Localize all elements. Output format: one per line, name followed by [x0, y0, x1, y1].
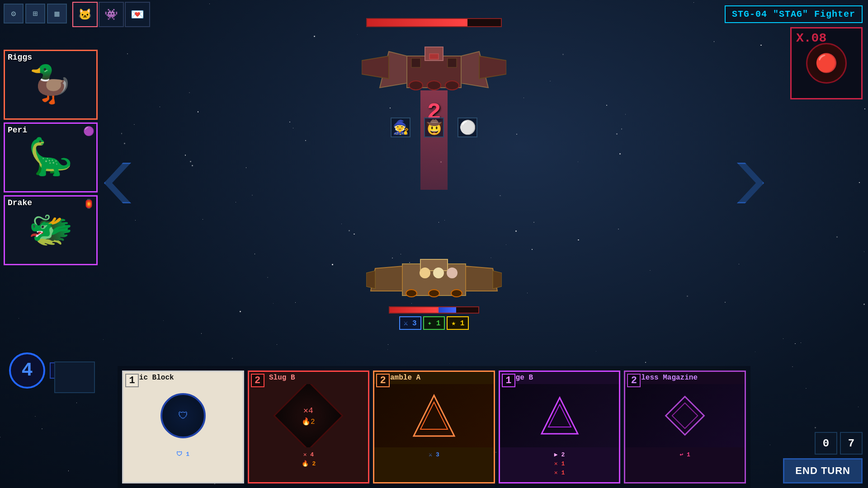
svg-point-20 — [447, 267, 458, 278]
nav-right[interactable]: ▶ — [737, 163, 764, 203]
enemy-weapon: X.08 🔴 — [790, 27, 863, 99]
score-left: 0 — [815, 432, 837, 455]
char-name-drake: Drake — [8, 198, 32, 207]
card-art-scramble — [374, 384, 494, 447]
svg-point-18 — [420, 267, 430, 278]
nav-right-arrow[interactable]: ▶ — [737, 163, 764, 203]
char-panel-peri[interactable]: Peri 🦕 🟣 — [4, 122, 98, 192]
svg-marker-4 — [479, 56, 506, 79]
svg-point-19 — [433, 267, 444, 278]
card-endless-magazine[interactable]: 2 Endless Magazine ↩ 1 — [624, 371, 746, 483]
card-cost-lunge: 1 — [502, 374, 515, 387]
svg-rect-29 — [672, 403, 698, 429]
battle-area: ◀ ▶ — [99, 0, 769, 366]
turn-number: 4 — [9, 352, 45, 389]
card-art-lunge — [500, 384, 619, 447]
card-art-emp-slug: ✕4 🔥2 — [249, 384, 368, 447]
player-health-bar — [389, 306, 479, 314]
float-item-3: ⚪ — [458, 117, 477, 137]
char-name-peri: Peri — [8, 126, 27, 135]
svg-rect-9 — [411, 58, 420, 67]
card-cost-basic-block: 1 — [125, 374, 139, 387]
svg-rect-11 — [429, 54, 439, 59]
float-item-2: 🤠 — [424, 117, 444, 137]
svg-point-22 — [429, 290, 439, 297]
card-scramble[interactable]: 2 Scramble A ⚔ 3 — [373, 371, 495, 483]
nav-left-arrow[interactable]: ◀ — [104, 163, 131, 203]
bottom-right-controls: 0 7 END TURN — [783, 432, 863, 483]
status-badge-attack: ⚔ 3 — [399, 316, 421, 330]
float-items: 🧙 🤠 ⚪ — [391, 117, 477, 137]
status-badge-buff: ✦ 1 — [423, 316, 445, 330]
enemy-health-bar — [366, 18, 502, 27]
status-badge-star: ★ 1 — [447, 316, 469, 330]
char-panel-drake[interactable]: Drake 🐲 🏮 — [4, 195, 98, 265]
char-panel-riggs[interactable]: Riggs 🦆 — [4, 50, 98, 120]
player-ship-svg — [366, 250, 502, 305]
small-panel — [54, 361, 95, 393]
weapon-multiplier: X.08 — [796, 31, 826, 45]
card-title-emp-slug: EMP Slug B — [249, 372, 368, 384]
end-turn-button[interactable]: END TURN — [783, 458, 863, 483]
svg-point-8 — [445, 81, 459, 90]
card-basic-block[interactable]: 1 Basic Block 🛡 🛡 1 — [122, 371, 244, 483]
enemy-ship — [362, 18, 506, 101]
player-ship-body — [366, 250, 502, 305]
card-cost-emp-slug: 2 — [251, 374, 264, 387]
card-icons-lunge: ▶ 2 ✕ 1 ✕ 1 — [500, 447, 619, 480]
player-ship: ⚔ 3 ✦ 1 ★ 1 — [366, 250, 502, 330]
card-title-scramble: Scramble A — [374, 372, 494, 384]
weapon-icon: 🔴 — [806, 43, 847, 84]
svg-point-6 — [409, 81, 423, 90]
character-panels: Riggs 🦆 Peri 🦕 🟣 Drake 🐲 🏮 — [4, 50, 98, 265]
svg-marker-3 — [362, 56, 389, 79]
layout-button[interactable]: ⊞ — [25, 4, 45, 23]
svg-marker-26 — [542, 398, 578, 434]
card-emp-slug[interactable]: 2 EMP Slug B ✕4 🔥2 ✕ 4 🔥 2 — [248, 371, 370, 483]
float-item-1: 🧙 — [391, 117, 410, 137]
svg-marker-27 — [548, 404, 571, 427]
char-badge-drake: 🏮 — [83, 198, 94, 210]
card-lunge[interactable]: 1 Lunge B ▶ 2 ✕ 1 ✕ 1 — [499, 371, 621, 483]
card-cost-scramble: 2 — [376, 374, 390, 387]
card-icons-basic-block: 🛡 1 — [123, 447, 243, 461]
player-status-badges: ⚔ 3 ✦ 1 ★ 1 — [399, 316, 469, 330]
card-icons-scramble: ⚔ 3 — [374, 447, 494, 462]
map-button[interactable]: ▦ — [47, 4, 67, 23]
svg-marker-16 — [493, 271, 502, 289]
score-display: 0 7 — [815, 432, 863, 455]
cards-area: 1 Basic Block 🛡 🛡 1 2 EMP Slug B ✕4 🔥2 ✕… — [118, 366, 750, 488]
svg-point-21 — [406, 290, 417, 297]
card-icons-emp-slug: ✕ 4 🔥 2 — [249, 447, 368, 471]
top-char-cat[interactable]: 🐱 — [72, 2, 98, 27]
toolbar: ⚙ ⊞ ▦ — [4, 4, 67, 23]
card-cost-endless: 2 — [627, 374, 641, 387]
char-badge-peri: 🟣 — [83, 126, 94, 137]
char-name-riggs: Riggs — [8, 53, 32, 62]
card-art-basic-block: 🛡 — [123, 384, 243, 447]
svg-marker-15 — [366, 271, 375, 289]
svg-rect-10 — [448, 58, 457, 67]
card-title-lunge: Lunge B — [500, 372, 619, 384]
score-right: 7 — [840, 432, 863, 455]
card-title-basic-block: Basic Block — [123, 372, 243, 384]
svg-point-23 — [451, 290, 462, 297]
card-art-endless — [625, 384, 745, 447]
card-title-endless: Endless Magazine — [625, 372, 745, 384]
card-icons-endless: ↩ 1 — [625, 447, 745, 462]
nav-left[interactable]: ◀ — [104, 163, 131, 203]
svg-point-7 — [427, 81, 441, 90]
settings-button[interactable]: ⚙ — [4, 4, 24, 23]
